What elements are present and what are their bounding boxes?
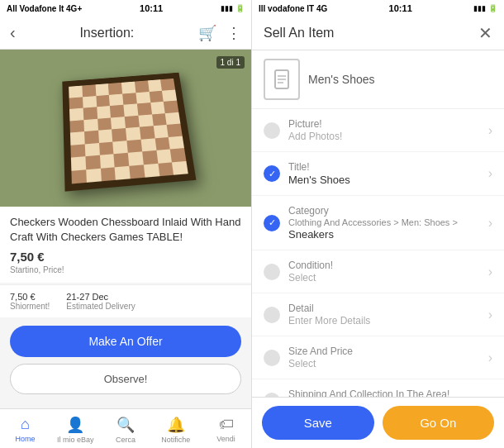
make-offer-button[interactable]: Make An Offer — [10, 326, 241, 357]
form-row-category[interactable]: ✓CategoryClothing And Accessories > Men:… — [252, 196, 504, 250]
row-content-category: CategoryClothing And Accessories > Men: … — [288, 205, 485, 241]
top-nav-right: Sell An Item ✕ — [252, 17, 504, 50]
row-label-condition: Condition! — [288, 260, 485, 271]
row-sub-value-category: Clothing And Accessories > Men: Shoes > — [288, 217, 485, 227]
chess-board-visual — [0, 50, 251, 207]
nav-home[interactable]: ⌂ Home — [0, 409, 50, 448]
shipping-row: 7,50 € Shiorment! 21-27 Dec Estimated De… — [0, 284, 251, 317]
form-row-shipping[interactable]: Shipping And Collection In The Area!Sele… — [252, 379, 504, 397]
signal-icon-left: ▮▮▮ — [221, 4, 233, 12]
check-circle-sizeprice — [264, 350, 280, 366]
nav-notifications-label: Notifiche — [161, 436, 190, 444]
shipping-amount: 7,50 € Shiorment! — [10, 292, 50, 311]
more-icon[interactable]: ⋮ — [226, 24, 241, 42]
delivery-label: Estimated Delivery — [66, 302, 135, 311]
time-right: 10:11 — [389, 3, 412, 13]
chess-grid — [69, 79, 188, 183]
row-content-sizeprice: Size And PriceSelect — [288, 346, 485, 369]
right-panel: Ill vodafone IT 4G 10:11 ▮▮▮ 🔋 Sell An I… — [252, 0, 504, 448]
row-value-picture: Add Photos! — [288, 131, 485, 142]
check-circle-title: ✓ — [264, 165, 280, 182]
row-content-condition: Condition!Select — [288, 260, 485, 284]
bottom-nav: ⌂ Home 👤 Il mio eBay 🔍 Cerca 🔔 Notifiche… — [0, 408, 251, 448]
nav-search[interactable]: 🔍 Cerca — [101, 409, 151, 448]
shipping-amount-label: Shiorment! — [10, 302, 50, 311]
cart-icon[interactable]: 🛒 — [198, 24, 216, 42]
save-button[interactable]: Save — [262, 406, 374, 440]
row-label-shipping: Shipping And Collection In The Area! — [288, 388, 485, 397]
tag-icon: 🏷 — [219, 416, 234, 433]
battery-icon-right: 🔋 — [488, 4, 497, 12]
close-button[interactable]: ✕ — [478, 23, 492, 43]
check-circle-detail — [264, 307, 280, 323]
product-image: 1 di 1 — [0, 50, 251, 207]
product-title: Checkers Wooden Chessboard Inlaid With H… — [10, 215, 241, 245]
chevron-icon-detail: › — [488, 307, 492, 322]
product-price: 7,50 € — [10, 250, 241, 264]
row-label-sizeprice: Size And Price — [288, 346, 485, 357]
chevron-icon-condition: › — [488, 265, 492, 279]
nav-myebay[interactable]: 👤 Il mio eBay — [50, 409, 101, 448]
nav-icons: 🛒 ⋮ — [198, 24, 241, 42]
left-panel: All Vodafone It 4G+ 10:11 ▮▮▮ 🔋 ‹ Insert… — [0, 0, 252, 448]
bottom-actions: Save Go On — [252, 397, 504, 448]
nav-myebay-label: Il mio eBay — [57, 436, 94, 444]
page-title-left: Insertion: — [16, 26, 198, 41]
row-main-value-category: Sneakers — [288, 228, 485, 241]
row-value-sizeprice: Select — [288, 358, 485, 369]
page-indicator: 1 di 1 — [216, 56, 245, 69]
delivery-value: 21-27 Dec — [66, 292, 135, 302]
status-icons-right: ▮▮▮ 🔋 — [473, 4, 497, 12]
home-icon: ⌂ — [21, 416, 30, 433]
chevron-icon-title: › — [488, 166, 492, 181]
form-row-condition[interactable]: Condition!Select› — [252, 250, 504, 293]
nav-notifications[interactable]: 🔔 Notifiche — [150, 409, 201, 448]
signal-icon-right: ▮▮▮ — [473, 4, 486, 12]
action-buttons: Make An Offer Observe! — [0, 317, 251, 403]
form-row-title[interactable]: ✓Title!Men's Shoes› — [252, 152, 504, 195]
carrier-left: All Vodafone It 4G+ — [7, 4, 82, 13]
form-row-detail[interactable]: DetailEnter More Details› — [252, 293, 504, 336]
item-category-label: Men's Shoes — [308, 73, 375, 86]
nav-search-label: Cerca — [116, 436, 136, 444]
row-value-condition: Select — [288, 272, 485, 284]
status-bar-right: Ill vodafone IT 4G 10:11 ▮▮▮ 🔋 — [252, 0, 504, 17]
go-on-button[interactable]: Go On — [383, 406, 495, 440]
sell-header: Men's Shoes — [252, 50, 504, 109]
check-circle-category: ✓ — [264, 215, 280, 231]
row-value-title: Men's Shoes — [288, 174, 485, 186]
shipping-delivery: 21-27 Dec Estimated Delivery — [66, 292, 135, 311]
row-content-title: Title!Men's Shoes — [288, 161, 485, 186]
nav-home-label: Home — [15, 435, 35, 443]
row-label-detail: Detail — [288, 303, 485, 314]
shipping-amount-value: 7,50 € — [10, 292, 50, 302]
chevron-icon-sizeprice: › — [488, 350, 492, 365]
product-info: Checkers Wooden Chessboard Inlaid With H… — [0, 207, 251, 283]
carrier-right: Ill vodafone IT 4G — [259, 4, 327, 13]
row-content-detail: DetailEnter More Details — [288, 303, 485, 326]
form-row-sizeprice[interactable]: Size And PriceSelect› — [252, 336, 504, 379]
status-bar-left: All Vodafone It 4G+ 10:11 ▮▮▮ 🔋 — [0, 0, 251, 17]
row-value-detail: Enter More Details — [288, 315, 485, 326]
nav-sell[interactable]: 🏷 Vendi — [201, 409, 251, 448]
user-icon: 👤 — [66, 416, 84, 434]
row-label-picture: Picture! — [288, 118, 485, 130]
back-button[interactable]: ‹ — [10, 23, 16, 42]
row-content-picture: Picture!Add Photos! — [288, 118, 485, 142]
nav-sell-label: Vendi — [216, 435, 235, 443]
row-label-title: Title! — [288, 161, 485, 173]
item-placeholder-icon — [264, 59, 300, 100]
status-icons-left: ▮▮▮ 🔋 — [221, 4, 245, 12]
time-left: 10:11 — [140, 3, 163, 13]
bell-icon: 🔔 — [167, 416, 185, 434]
chess-board-inner — [62, 73, 196, 192]
price-label: Startino, Price! — [10, 265, 241, 274]
form-row-picture[interactable]: Picture!Add Photos!› — [252, 109, 504, 151]
row-label-category: Category — [288, 205, 485, 217]
observe-button[interactable]: Observe! — [10, 364, 241, 394]
page-title-right: Sell An Item — [264, 26, 334, 41]
form-list: Picture!Add Photos!›✓Title!Men's Shoes›✓… — [252, 109, 504, 397]
check-circle-condition — [264, 264, 280, 280]
top-nav-left: ‹ Insertion: 🛒 ⋮ — [0, 17, 251, 50]
chevron-icon-picture: › — [488, 123, 492, 138]
